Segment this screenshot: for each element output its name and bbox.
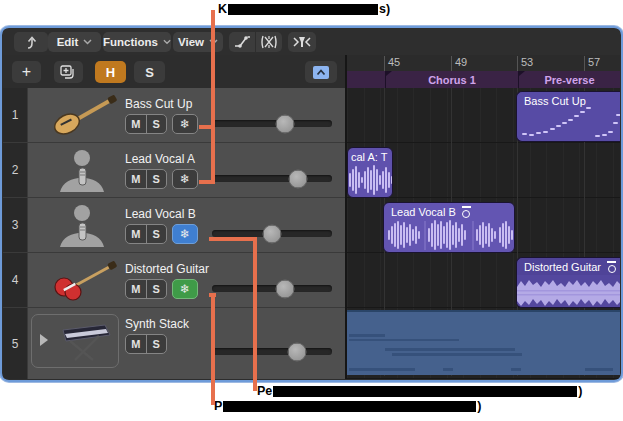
callout-line-track2-stub <box>199 180 213 184</box>
chevron-down-icon <box>163 39 171 45</box>
collapse-panel-icon <box>312 65 330 80</box>
electric-guitar-icon <box>47 259 117 303</box>
track-header-1[interactable]: 1 Bass Cut Up M S ❄ <box>3 88 345 143</box>
volume-slider[interactable] <box>212 230 332 237</box>
arrangement-section-label: Chorus 1 <box>428 74 476 86</box>
annotation-bottom-suffix: ) <box>477 399 481 413</box>
new-track-with-duplicate-settings-icon <box>60 65 77 80</box>
freeze-button[interactable]: ❄ <box>172 114 198 134</box>
ruler-number: 53 <box>521 56 533 68</box>
ruler-number: 45 <box>388 56 400 68</box>
hide-tracks-button[interactable]: H <box>95 61 126 83</box>
callout-line-track3-vertical <box>253 237 257 391</box>
flex-button[interactable] <box>256 32 282 52</box>
mute-button[interactable]: M <box>126 225 147 243</box>
mute-solo-buttons[interactable]: M S <box>125 224 167 244</box>
menu-functions[interactable]: Functions <box>103 32 171 52</box>
ruler-tick <box>451 56 452 71</box>
track-area-toolbar: Edit Functions View <box>3 29 620 56</box>
frozen-audio-waveform <box>517 275 620 308</box>
menu-edit[interactable]: Edit <box>48 32 101 52</box>
duplicate-track-button[interactable] <box>54 61 83 83</box>
solo-button[interactable]: S <box>147 225 167 243</box>
menu-view[interactable]: View <box>173 32 223 52</box>
track-header-3[interactable]: 3 Lead Vocal B M S ❄ <box>3 198 345 253</box>
stack-note <box>392 353 522 356</box>
volume-knob[interactable] <box>289 169 308 188</box>
stack-note <box>443 368 453 371</box>
volume-knob[interactable] <box>288 342 307 361</box>
track-header-config-button[interactable] <box>305 61 337 83</box>
stack-region-synth[interactable] <box>347 310 620 375</box>
volume-slider[interactable] <box>212 175 332 182</box>
solo-tracks-button[interactable]: S <box>134 61 165 83</box>
ruler-number: 49 <box>455 56 467 68</box>
hide-tracks-label: H <box>106 65 115 80</box>
mute-button[interactable]: M <box>126 170 147 188</box>
annotation-mid-suffix: ) <box>578 384 582 398</box>
solo-button[interactable]: S <box>147 115 167 133</box>
volume-knob[interactable] <box>276 114 295 133</box>
logic-window: Edit Functions View <box>2 28 621 380</box>
volume-slider[interactable] <box>212 120 332 127</box>
annotation-mid-prefix: Pe <box>257 384 272 398</box>
midi-notes <box>517 92 620 142</box>
menu-view-label: View <box>178 36 204 48</box>
screenshot-canvas: K s) Pe ) P ) Edit Functions <box>0 0 623 421</box>
track-header-bar: + H S <box>3 55 345 89</box>
flex-time-icon <box>260 35 278 49</box>
track-number: 5 <box>3 308 28 379</box>
audio-waveform <box>384 217 515 253</box>
track-number: 3 <box>3 198 28 252</box>
track-header-2[interactable]: 2 Lead Vocal A M S ❄ <box>3 143 345 198</box>
add-track-button[interactable]: + <box>12 61 41 83</box>
arrangement-section-preverse[interactable]: Pre-verse <box>518 71 620 88</box>
track-name: Distorted Guitar <box>125 262 209 276</box>
audio-region-distorted-guitar[interactable]: Distorted Guitar <box>516 257 620 308</box>
annotation-redaction-bar <box>228 4 378 15</box>
freeze-button[interactable]: ❄ <box>172 169 198 189</box>
mute-solo-buttons[interactable]: M S <box>125 169 167 189</box>
audio-region-lead-vocal-b[interactable]: Lead Vocal B <box>383 202 515 253</box>
solo-button[interactable]: S <box>147 335 167 353</box>
track-number: 1 <box>3 88 28 142</box>
drag-up-level-button[interactable] <box>14 32 48 52</box>
volume-slider[interactable] <box>212 285 332 292</box>
callout-line-top-vertical <box>211 10 215 184</box>
freeze-button-active-source[interactable]: ❄ <box>172 279 198 299</box>
volume-knob[interactable] <box>263 224 282 243</box>
solo-button[interactable]: S <box>147 170 167 188</box>
mute-button[interactable]: M <box>126 115 147 133</box>
annotation-bottom: P ) <box>214 399 482 413</box>
stack-note <box>349 339 459 341</box>
bar-ruler[interactable]: 45 49 53 57 <box>347 55 620 71</box>
audio-region-lead-vocal-a[interactable]: cal A: T <box>347 147 393 198</box>
ruler-tick <box>584 56 585 71</box>
mute-button[interactable]: M <box>126 280 147 298</box>
volume-slider[interactable] <box>212 348 332 355</box>
audio-waveform <box>348 162 393 198</box>
freeze-button-active[interactable]: ❄ <box>172 224 198 244</box>
track-name: Lead Vocal A <box>125 152 195 166</box>
mute-solo-buttons[interactable]: M S <box>125 114 167 134</box>
automation-curve-icon <box>233 35 251 49</box>
arrangement-track: Chorus 1 Pre-verse <box>347 71 620 88</box>
disclosure-triangle-icon[interactable] <box>40 334 48 346</box>
mute-solo-buttons[interactable]: M S <box>125 279 167 299</box>
plus-icon: + <box>22 63 31 81</box>
arrangement-section-chorus[interactable]: Chorus 1 <box>385 71 518 88</box>
track-number: 4 <box>3 253 28 307</box>
track-header-4[interactable]: 4 Distorted Guitar M S ❄ <box>3 253 345 308</box>
midi-region-bass-cut-up[interactable]: Bass Cut Up <box>516 91 620 142</box>
solo-button[interactable]: S <box>147 280 167 298</box>
snowflake-icon: ❄ <box>180 117 190 131</box>
track-header-5[interactable]: 5 Synth Stack M S <box>3 308 345 379</box>
automation-button[interactable] <box>229 32 255 52</box>
stack-note <box>349 334 385 337</box>
menu-functions-label: Functions <box>103 36 158 48</box>
mute-solo-buttons[interactable]: M S <box>125 334 167 354</box>
catch-playhead-button[interactable] <box>288 32 316 52</box>
volume-knob[interactable] <box>276 279 295 298</box>
callout-line-track1-stub <box>199 125 213 129</box>
mute-button[interactable]: M <box>126 335 147 353</box>
